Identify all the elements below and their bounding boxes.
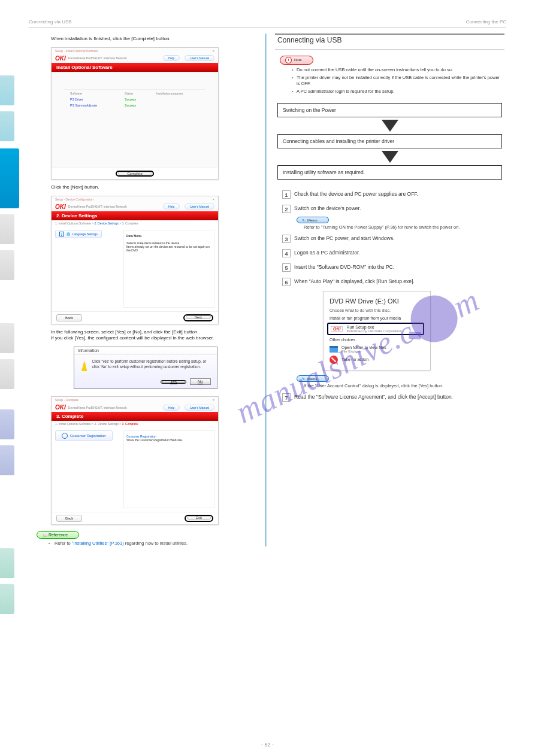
language-settings-button[interactable]: 1🌐Language Settings: [55, 230, 102, 238]
next-button-highlight: Next: [183, 314, 213, 321]
back-button[interactable]: Back: [56, 314, 82, 321]
device-name-text: DeviceName:Pro8541WT, Interface:Network: [68, 205, 127, 208]
memo-badge: Memo: [297, 375, 329, 382]
exit-button[interactable]: Exit: [187, 516, 211, 520]
step-number-1: 1: [282, 190, 291, 199]
oki-logo: OKI: [55, 204, 66, 210]
pane-text-2: Items already set on the device are rest…: [126, 245, 211, 252]
step-number-6: 6: [282, 278, 291, 286]
memo-6-text: If the "User Account Control" dialog is …: [275, 383, 504, 388]
oki-logo: OKI: [55, 55, 66, 62]
manual-button[interactable]: User's Manual: [185, 55, 214, 61]
side-tab-7[interactable]: [0, 359, 14, 389]
side-tab-2[interactable]: [0, 111, 14, 141]
rstep-2: Switch on the device's power.: [294, 200, 361, 213]
information-dialog: Information Click 'Yes' to perform custo…: [74, 347, 217, 389]
rstep-5: Insert the "Software DVD-ROM" into the P…: [294, 259, 394, 272]
section-title: Connecting via USB: [275, 36, 504, 45]
memo-2-text: Refer to "Turning ON the Power Supply" (…: [275, 224, 504, 230]
install-window-title: Setup - Install Optional Software: [55, 49, 98, 53]
back-button[interactable]: Back: [56, 515, 82, 522]
autoplay-dialog: DVD RW Drive (E:) OKI Choose what to do …: [323, 291, 431, 371]
device-name-text: DeviceName:Pro8541WT, Interface:Network: [68, 56, 127, 60]
install-title-bar: Install Optional Software: [52, 63, 218, 72]
side-tab-11[interactable]: [0, 584, 14, 614]
yes-button-highlight: Yes: [161, 380, 186, 384]
run-setup-item[interactable]: OKI Run Setup.exePublished by Oki Data C…: [327, 323, 424, 335]
breadcrumb: 1. Install Optional Software > 2. Device…: [52, 421, 218, 427]
memo-badge: Memo: [297, 217, 329, 223]
step-number-7: 7: [282, 393, 291, 402]
reference-list: Refer to "Installing Utilities" (P.163) …: [32, 540, 264, 546]
complete-window-title: Setup - Complete: [55, 398, 78, 402]
reference-badge: 📖 Reference: [37, 531, 79, 539]
flow-box-3: Installing utility software as required.: [277, 165, 502, 180]
step-9-text: Click the [Next] button.: [32, 182, 264, 191]
close-icon[interactable]: ×: [212, 49, 214, 53]
autoplay-subtitle: Choose what to do with this disc.: [330, 308, 424, 312]
note-list: Do not connect the USB cable until the o…: [275, 66, 504, 99]
autoplay-section-1: Install or run program from your media: [330, 316, 424, 320]
reg-pane-text: Show the Customer Registration Web site.: [126, 438, 211, 442]
next-button[interactable]: Next: [186, 315, 211, 319]
side-tab-10[interactable]: [0, 548, 14, 578]
side-tabs: [0, 34, 27, 546]
folder-icon: [330, 346, 338, 353]
side-tab-9[interactable]: [0, 445, 14, 475]
manual-button[interactable]: User's Manual: [185, 204, 214, 210]
side-tab-6[interactable]: [0, 323, 14, 353]
step-10-text: In the following screen, select [Yes] or…: [32, 327, 264, 342]
step-number-3: 3: [282, 235, 291, 243]
side-tab-4[interactable]: [0, 214, 14, 244]
dconfig-window-title: Setup - Device Configuration: [55, 198, 93, 201]
close-icon[interactable]: ×: [212, 198, 214, 201]
reference-link[interactable]: "Installing Utilities" (P.163): [72, 541, 124, 546]
no-button[interactable]: No: [190, 378, 211, 385]
flow-box-2: Connecting cables and installing the pri…: [277, 134, 502, 148]
help-button[interactable]: Help: [163, 204, 180, 210]
rstep-4: Logon as a PC administrator.: [294, 244, 360, 257]
rstep-6: When "Auto Play" is displayed, click [Ru…: [294, 273, 415, 286]
oki-icon: OKI: [331, 326, 343, 332]
breadcrumb: 1. Install Optional Software > 2. Device…: [52, 220, 218, 226]
customer-registration-button[interactable]: Customer Registration: [55, 430, 113, 441]
flow-box-1: Switching on the Power: [277, 103, 502, 117]
page-number: - 62 -: [261, 742, 274, 748]
exit-button-highlight: Exit: [185, 515, 213, 522]
header-right: Connecting the PC: [466, 19, 506, 25]
arrow-down-icon: [382, 151, 398, 163]
yes-button[interactable]: Yes: [162, 381, 185, 383]
help-button[interactable]: Help: [163, 55, 180, 61]
side-tab-current[interactable]: [0, 148, 19, 208]
autoplay-section-2: Other choices: [330, 338, 424, 342]
info-title: Information: [74, 347, 217, 354]
warning-icon: [81, 360, 87, 371]
side-tab-5[interactable]: [0, 250, 14, 280]
autoplay-title: DVD RW Drive (E:) OKI: [330, 297, 424, 305]
open-folder-item[interactable]: Open folder to view filesFile Explorer: [330, 344, 424, 354]
install-table: SoftwareStatusInstallation progress PS D…: [64, 89, 205, 109]
help-button[interactable]: Help: [163, 405, 180, 411]
rstep-3: Switch on the PC power, and start Window…: [294, 230, 394, 243]
side-tab-1[interactable]: [0, 75, 14, 105]
complete-button[interactable]: Complete: [118, 172, 152, 175]
step-8-text: When installation is finished, click the…: [32, 34, 264, 42]
info-body-text: Click 'Yes' to perform customer registra…: [92, 359, 210, 371]
complete-button-highlight: Complete: [116, 171, 154, 177]
close-icon[interactable]: ×: [212, 398, 214, 402]
dialog-device-settings: Setup - Device Configuration × OKI Devic…: [51, 196, 219, 324]
header-left: Connecting via USB: [29, 19, 72, 25]
device-name-text: DeviceName:Pro8541WT, Interface:Network: [68, 406, 127, 409]
note-badge: Note: [280, 56, 313, 65]
dialog-install-optional: Setup - Install Optional Software × OKI …: [51, 47, 219, 180]
no-action-item[interactable]: Take no action: [330, 354, 424, 365]
no-action-icon: [330, 356, 338, 364]
step-number-4: 4: [282, 249, 291, 257]
globe-icon: [62, 433, 68, 439]
arrow-down-icon: [382, 120, 398, 132]
flow-diagram: Switching on the Power Connecting cables…: [275, 99, 504, 186]
step-number-5: 5: [282, 263, 291, 272]
manual-button[interactable]: User's Manual: [185, 405, 214, 411]
step-number-2: 2: [282, 205, 291, 213]
side-tab-8[interactable]: [0, 409, 14, 439]
